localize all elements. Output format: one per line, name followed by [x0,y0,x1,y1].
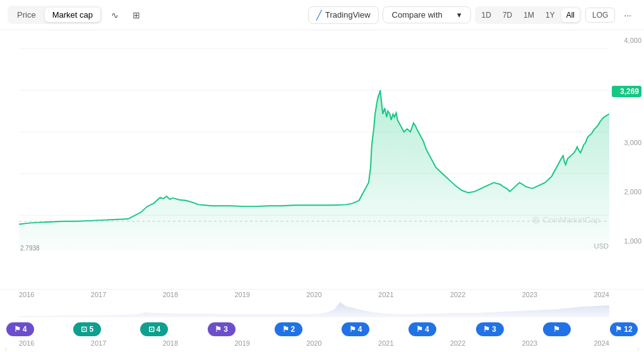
badge-2021[interactable]: ⚑ 4 [342,322,369,336]
compare-label: Compare with [392,10,453,20]
badge-count-2018: 4 [157,325,161,334]
x-label-2022: 2022 [450,291,465,298]
scroll-bar[interactable]: ⋮ ⋮ [0,348,644,352]
badge-2019[interactable]: ⚑ 3 [208,322,236,336]
chart-fill [19,90,609,251]
badge-2022[interactable]: ⚑ 4 [408,322,436,336]
badge-2020[interactable]: ⚑ 2 [275,322,302,336]
event-badges-container: ⚑ 4 ⊡ 5 ⊡ 4 ⚑ 3 ⚑ 2 ⚑ 4 [6,322,638,336]
x-bottom-label-2018: 2018 [163,339,178,347]
mini-chart-svg [19,298,609,317]
log-button[interactable]: LOG [585,8,615,23]
time-period-group: 1D 7D 1M 1Y All [475,6,581,24]
flag-icon-2016: ⚑ [14,325,21,334]
flag-icon-2023: ⚑ [483,325,490,334]
x-label-2018: 2018 [163,291,178,298]
x-axis-bottom: 2016 2017 2018 2019 2020 2021 2022 2023 … [19,339,609,347]
x-bottom-label-2019: 2019 [234,339,249,347]
badge-count-2020: 2 [291,325,295,334]
x-bottom-label-2020: 2020 [306,339,321,347]
badge-count-2019: 3 [224,325,228,334]
current-price-label: 3,269 [612,86,641,97]
y-label-4000: 4,000 [612,37,641,44]
doc-icon-2018: ⊡ [148,325,155,334]
mini-chart-fill [19,302,609,317]
y-axis: 4,000 3,269 3,000 2,000 1,000 [609,30,644,251]
badge-count-2021: 4 [358,325,362,334]
tradingview-button[interactable]: ╱ TradingView [308,6,379,24]
flag-icon-2022: ⚑ [416,325,423,334]
chart-svg [19,37,609,251]
x-bottom-label-2024: 2024 [594,339,609,347]
candle-chart-icon: ⊞ [133,10,140,20]
price-marketcap-group: Price Market cap [8,6,102,24]
badge-count-2022: 4 [425,325,429,334]
flag-icon-2020: ⚑ [282,325,289,334]
time-1d-button[interactable]: 1D [477,8,496,22]
badge-count-2024b: 12 [624,325,632,334]
compare-button[interactable]: Compare with ▾ [383,6,471,23]
app-container: Price Market cap ∿ ⊞ ╱ TradingView Compa… [0,0,644,352]
price-button[interactable]: Price [9,8,44,22]
mini-chart-container [19,298,609,317]
line-chart-icon: ∿ [111,10,119,20]
badge-2017[interactable]: ⊡ 5 [73,322,101,336]
y-label-2000: 2,000 [612,188,641,196]
x-label-2023: 2023 [522,291,537,298]
x-bottom-label-2021: 2021 [378,339,393,347]
badge-2024b[interactable]: ⚑ 12 [610,322,638,336]
x-label-2016: 2016 [19,291,34,298]
x-bottom-label-2022: 2022 [450,339,465,347]
time-all-button[interactable]: All [561,8,580,22]
badge-count-2016: 4 [23,325,27,334]
toolbar: Price Market cap ∿ ⊞ ╱ TradingView Compa… [0,0,644,30]
time-1y-button[interactable]: 1Y [540,8,560,22]
more-options-button[interactable]: ··· [619,8,636,23]
badge-count-2017: 5 [89,325,93,334]
scroll-left-handle[interactable]: ⋮ [3,347,9,353]
x-bottom-label-2023: 2023 [522,339,537,347]
x-label-2024: 2024 [594,291,609,298]
flag-icon-2024a: ⚑ [553,325,560,334]
candle-chart-button[interactable]: ⊞ [128,8,145,23]
badge-2024a[interactable]: ⚑ [543,322,571,336]
tradingview-icon: ╱ [316,10,321,20]
time-1m-button[interactable]: 1M [518,8,539,22]
badge-2018[interactable]: ⊡ 4 [140,322,168,336]
main-chart [19,37,609,251]
badge-2016[interactable]: ⚑ 4 [6,322,34,336]
x-label-2020: 2020 [306,291,321,298]
badge-count-2023: 3 [492,325,496,334]
time-7d-button[interactable]: 7D [498,8,517,22]
flag-icon-2021: ⚑ [349,325,356,334]
scroll-right-handle[interactable]: ⋮ [635,347,641,353]
more-icon: ··· [624,10,631,20]
doc-icon-2017: ⊡ [81,325,87,334]
x-label-2019: 2019 [234,291,249,298]
y-label-1000: 1,000 [612,237,641,245]
flag-icon-2024b: ⚑ [615,325,622,334]
x-label-2017: 2017 [91,291,106,298]
market-cap-button[interactable]: Market cap [45,8,100,22]
x-bottom-label-2017: 2017 [91,339,106,347]
line-chart-button[interactable]: ∿ [106,8,124,23]
tradingview-label: TradingView [325,10,371,20]
chevron-down-icon: ▾ [457,10,462,20]
x-label-2021: 2021 [378,291,393,298]
y-label-3000: 3,000 [612,139,641,146]
bottom-section: 2016 2017 2018 2019 2020 2021 2022 2023 … [0,289,644,352]
flag-icon-2019: ⚑ [215,325,222,334]
chart-area: 4,000 3,269 3,000 2,000 1,000 2.7938 USD… [0,30,644,289]
badge-2023[interactable]: ⚑ 3 [476,322,504,336]
x-bottom-label-2016: 2016 [19,339,34,347]
